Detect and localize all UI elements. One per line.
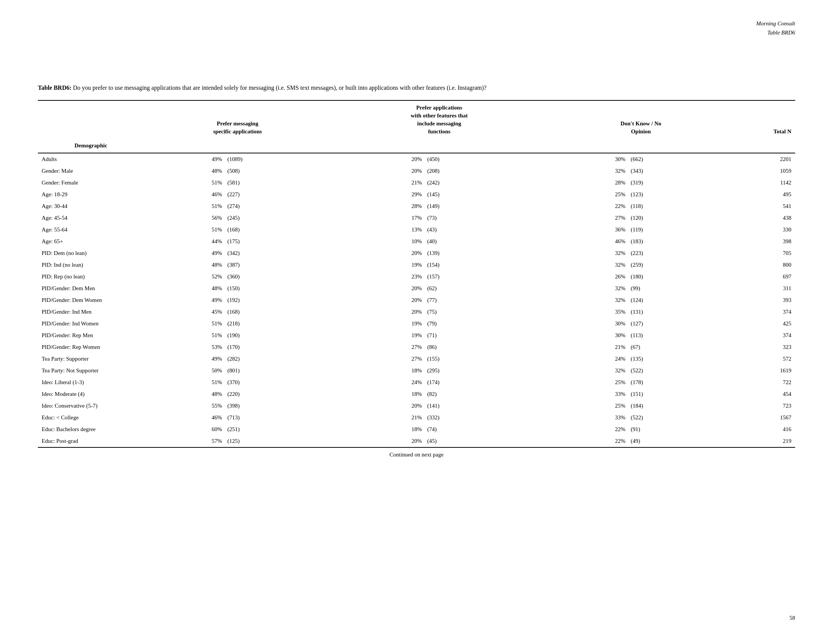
total-cell: 1567	[735, 412, 795, 423]
demographic-cell: Educ: Post-grad	[38, 435, 144, 448]
demographic-cell: Ideo: Liberal (1-3)	[38, 377, 144, 388]
table-row: PID/Gender: Ind Women 51% (218) 19% (79)…	[38, 318, 795, 330]
other-pct-cell: 10%	[331, 236, 426, 247]
table-row: PID/Gender: Rep Women 53% (170) 27% (86)…	[38, 341, 795, 353]
pref-pct-cell: 53%	[144, 341, 226, 353]
demographic-cell: Age: 30-44	[38, 200, 144, 212]
pref-pct-cell: 44%	[144, 236, 226, 247]
dk-count-cell: (178)	[629, 377, 735, 388]
demographic-cell: Tea Party: Not Supporter	[38, 365, 144, 377]
other-count-cell: (73)	[426, 212, 547, 224]
table-row: PID: Dem (no lean) 49% (342) 20% (139) 3…	[38, 247, 795, 259]
table-row: Ideo: Liberal (1-3) 51% (370) 24% (174) …	[38, 377, 795, 388]
pref-pct-cell: 51%	[144, 318, 226, 330]
total-cell: 722	[735, 377, 795, 388]
dk-pct-cell: 22%	[547, 435, 629, 448]
other-pct-cell: 20%	[331, 283, 426, 295]
header-branding: Morning Consult Table BRD6	[756, 19, 795, 37]
table-row: PID/Gender: Ind Men 45% (168) 20% (75) 3…	[38, 306, 795, 318]
table-row: PID/Gender: Rep Men 51% (190) 19% (71) 3…	[38, 330, 795, 341]
dk-count-cell: (49)	[629, 435, 735, 448]
dk-count-cell: (135)	[629, 353, 735, 365]
total-cell: 454	[735, 388, 795, 400]
other-pct-cell: 18%	[331, 365, 426, 377]
other-pct-cell: 19%	[331, 259, 426, 271]
dk-count-cell: (319)	[629, 177, 735, 188]
pref-count-cell: (387)	[226, 259, 331, 271]
demographic-cell: PID/Gender: Dem Men	[38, 283, 144, 295]
dk-pct-cell: 27%	[547, 212, 629, 224]
page-container: Morning Consult Table BRD6 Table BRD6: D…	[0, 0, 833, 644]
total-cell: 393	[735, 295, 795, 306]
pref-pct-cell: 48%	[144, 388, 226, 400]
total-cell: 438	[735, 212, 795, 224]
dk-count-cell: (124)	[629, 295, 735, 306]
table-title: Table BRD6: Do you prefer to use messagi…	[38, 83, 795, 92]
dk-pct-cell: 25%	[547, 188, 629, 200]
total-cell: 311	[735, 283, 795, 295]
table-row: PID/Gender: Dem Women 49% (192) 20% (77)…	[38, 295, 795, 306]
dk-pct-cell: 22%	[547, 200, 629, 212]
table-row: Age: 18-29 46% (227) 29% (145) 25% (123)…	[38, 188, 795, 200]
dk-count-cell: (662)	[629, 153, 735, 165]
pref-count-cell: (251)	[226, 423, 331, 435]
pref-count-cell: (175)	[226, 236, 331, 247]
pref-count-cell: (150)	[226, 283, 331, 295]
dk-count-cell: (99)	[629, 283, 735, 295]
total-cell: 1619	[735, 365, 795, 377]
demographic-cell: PID: Rep (no lean)	[38, 271, 144, 283]
other-pct-cell: 17%	[331, 212, 426, 224]
pref-pct-cell: 50%	[144, 365, 226, 377]
other-pct-cell: 23%	[331, 271, 426, 283]
table-row: Ideo: Conservative (5-7) 55% (398) 20% (…	[38, 400, 795, 412]
dk-count-cell: (151)	[629, 388, 735, 400]
col-header-total: Total N	[735, 100, 795, 138]
dk-pct-cell: 33%	[547, 412, 629, 423]
pref-pct-cell: 48%	[144, 283, 226, 295]
dk-count-cell: (131)	[629, 306, 735, 318]
demographic-cell: Tea Party: Supporter	[38, 353, 144, 365]
other-pct-cell: 19%	[331, 318, 426, 330]
pref-pct-cell: 51%	[144, 377, 226, 388]
demographic-cell: Ideo: Moderate (4)	[38, 388, 144, 400]
dk-count-cell: (113)	[629, 330, 735, 341]
pref-pct-cell: 57%	[144, 435, 226, 448]
other-pct-cell: 21%	[331, 177, 426, 188]
dk-count-cell: (67)	[629, 341, 735, 353]
other-count-cell: (45)	[426, 435, 547, 448]
col-header-dontknow: Don't Know / No Opinion	[547, 100, 735, 138]
other-pct-cell: 20%	[331, 153, 426, 165]
other-pct-cell: 21%	[331, 412, 426, 423]
pref-pct-cell: 60%	[144, 423, 226, 435]
other-pct-cell: 20%	[331, 247, 426, 259]
pref-count-cell: (192)	[226, 295, 331, 306]
demographic-cell: Educ: < College	[38, 412, 144, 423]
table-title-text: Do you prefer to use messaging applicati…	[72, 84, 487, 91]
other-count-cell: (40)	[426, 236, 547, 247]
other-count-cell: (141)	[426, 400, 547, 412]
table-row: Tea Party: Supporter 49% (282) 27% (155)…	[38, 353, 795, 365]
table-row: Age: 45-54 56% (245) 17% (73) 27% (120) …	[38, 212, 795, 224]
dk-count-cell: (522)	[629, 412, 735, 423]
other-count-cell: (155)	[426, 353, 547, 365]
table-row: Educ: Post-grad 57% (125) 20% (45) 22% (…	[38, 435, 795, 448]
demographic-cell: PID: Ind (no lean)	[38, 259, 144, 271]
total-cell: 723	[735, 400, 795, 412]
data-table: Prefer messaging specific applications P…	[38, 100, 795, 460]
table-row: Educ: < College 46% (713) 21% (332) 33% …	[38, 412, 795, 423]
dk-pct-cell: 33%	[547, 388, 629, 400]
brand-line2: Table BRD6	[756, 28, 795, 37]
other-count-cell: (149)	[426, 200, 547, 212]
pref-pct-cell: 51%	[144, 330, 226, 341]
table-row: Age: 30-44 51% (274) 28% (149) 22% (118)…	[38, 200, 795, 212]
dk-pct-cell: 32%	[547, 283, 629, 295]
demographic-cell: Age: 65+	[38, 236, 144, 247]
total-cell: 374	[735, 306, 795, 318]
total-cell: 541	[735, 200, 795, 212]
other-count-cell: (77)	[426, 295, 547, 306]
other-count-cell: (295)	[426, 365, 547, 377]
dk-count-cell: (180)	[629, 271, 735, 283]
dk-count-cell: (123)	[629, 188, 735, 200]
total-cell: 374	[735, 330, 795, 341]
dk-count-cell: (120)	[629, 212, 735, 224]
